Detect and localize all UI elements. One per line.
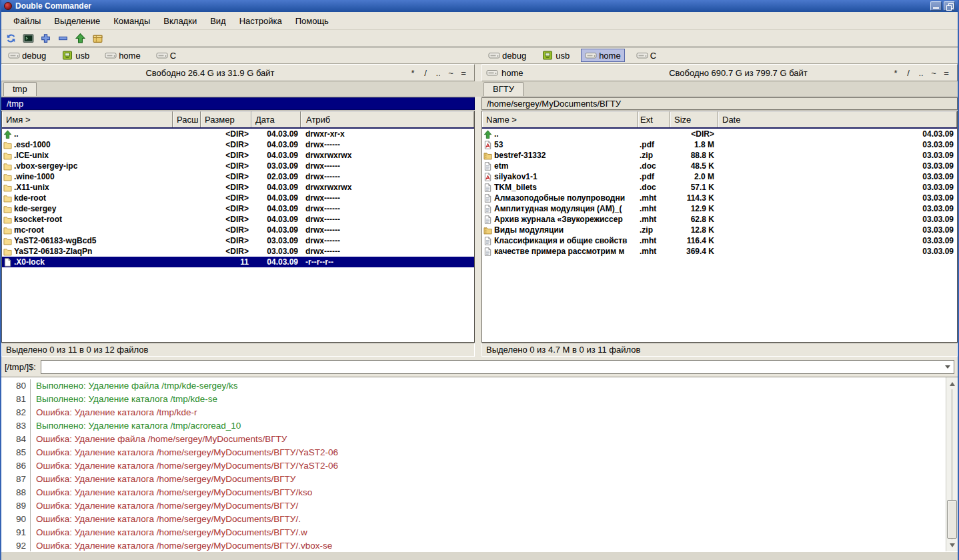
file-row[interactable]: .ICE-unix<DIR>04.03.09drwxrwxrwx (2, 150, 474, 161)
menu-item-0[interactable]: Файлы (7, 14, 47, 28)
drive-button-label: usb (75, 51, 89, 61)
remove-tab-icon (57, 33, 69, 44)
file-row[interactable]: ..<DIR>04.03.09drwxr-xr-x (2, 129, 474, 139)
file-row[interactable]: silyakov1-1.pdf2.0 M03.03.09 (482, 171, 957, 182)
path-bar-left[interactable]: /tmp (1, 97, 475, 110)
title-bar: Double Commander (1, 0, 958, 12)
file-row[interactable]: Архив журнала «Звукорежиссер.mht62.8 K03… (482, 214, 957, 225)
menu-item-3[interactable]: Вкладки (157, 14, 203, 28)
drive-button-usb[interactable]: usb (57, 49, 93, 62)
column-header-1[interactable]: Расш (173, 111, 201, 127)
file-attr: -r--r--r-- (301, 257, 474, 267)
file-row[interactable]: mc-root<DIR>04.03.09drwx------ (2, 225, 474, 235)
file-name-cell: kde-root (2, 193, 173, 203)
drive-icon (156, 51, 168, 60)
menu-item-4[interactable]: Вид (203, 14, 233, 28)
nav-button-1[interactable]: / (420, 68, 431, 78)
archive-button[interactable] (90, 31, 105, 45)
drive-button-usb[interactable]: usb (538, 49, 574, 62)
file-ext: .zip (638, 225, 670, 235)
file-row[interactable]: kde-root<DIR>04.03.09drwx------ (2, 193, 474, 203)
file-row[interactable]: 53.pdf1.8 M03.03.09 (482, 139, 957, 150)
drive-button-C[interactable]: C (632, 49, 660, 62)
command-history-dropdown[interactable] (942, 361, 954, 373)
column-header-3[interactable]: Дата (251, 111, 301, 127)
nav-button-0[interactable]: * (890, 68, 901, 78)
tab-vgtu[interactable]: ВГТУ (484, 82, 524, 96)
file-date: 03.03.09 (718, 214, 957, 225)
drive-button-C[interactable]: C (152, 49, 180, 62)
refresh-button[interactable] (3, 31, 18, 45)
nav-button-0[interactable]: * (407, 68, 418, 78)
file-row[interactable]: TKM_bilets.doc57.1 K03.03.09 (482, 182, 957, 193)
restore-button[interactable] (944, 1, 955, 11)
file-list-left[interactable]: ..<DIR>04.03.09drwxr-xr-x.esd-1000<DIR>0… (2, 129, 474, 342)
column-header-0[interactable]: Name > (482, 111, 638, 127)
file-row[interactable]: .X0-lock1104.03.09-r--r--r-- (2, 257, 474, 267)
column-header-0[interactable]: Имя > (2, 111, 173, 127)
file-row[interactable]: Виды модуляции.zip12.8 K03.03.09 (482, 225, 957, 235)
nav-button-3[interactable]: ~ (445, 68, 456, 78)
file-row[interactable]: Амплитудная модуляция (АМ)_(.mht12.9 K03… (482, 203, 957, 214)
add-tab-button[interactable] (38, 31, 53, 45)
nav-button-2[interactable]: .. (433, 68, 443, 78)
file-row[interactable]: ..<DIR>04.03.09 (482, 129, 957, 139)
up-arrow-button[interactable] (73, 31, 87, 45)
file-row[interactable]: .esd-1000<DIR>04.03.09drwx------ (2, 139, 474, 150)
file-row[interactable]: .vbox-sergey-ipc<DIR>03.03.09drwx------ (2, 161, 474, 171)
nav-button-3[interactable]: ~ (928, 68, 939, 78)
column-header-3[interactable]: Date (718, 111, 957, 127)
file-row[interactable]: Классификация и общие свойств.mht116.4 K… (482, 235, 957, 246)
line-number: 85 (1, 446, 31, 459)
column-headers-left: Имя >РасшРазмерДатаАтриб (2, 111, 474, 129)
nav-button-4[interactable]: = (458, 68, 469, 78)
drive-button-home[interactable]: home (101, 49, 145, 62)
column-header-1[interactable]: Ext (638, 111, 670, 127)
nav-button-4[interactable]: = (941, 68, 952, 78)
file-size: 12.8 K (670, 225, 718, 235)
file-date: 04.03.09 (251, 182, 301, 193)
scroll-up-button[interactable] (946, 378, 958, 389)
column-header-4[interactable]: Атриб (301, 111, 474, 127)
file-row[interactable]: ksocket-root<DIR>04.03.09drwx------ (2, 214, 474, 225)
free-space-label: Свободно 26.4 G из 31.9 G байт (13, 68, 407, 78)
folder-icon (3, 205, 12, 213)
nav-button-2[interactable]: .. (916, 68, 926, 78)
menu-item-1[interactable]: Выделение (47, 14, 107, 28)
file-list-right[interactable]: ..<DIR>04.03.0953.pdf1.8 M03.03.09bestre… (482, 129, 957, 342)
drive-button-debug[interactable]: debug (484, 49, 530, 62)
file-row[interactable]: .wine-1000<DIR>02.03.09drwx------ (2, 171, 474, 182)
nav-button-1[interactable]: / (903, 68, 914, 78)
menu-item-2[interactable]: Команды (107, 14, 157, 28)
file-row[interactable]: bestref-31332.zip88.8 K03.03.09 (482, 150, 957, 161)
file-size: 62.8 K (670, 214, 718, 225)
file-row[interactable]: качестве примера рассмотрим м.mht369.4 K… (482, 246, 957, 257)
file-name-cell: Архив журнала «Звукорежиссер (482, 214, 638, 225)
file-row[interactable]: kde-sergey<DIR>04.03.09drwx------ (2, 203, 474, 214)
drive-icon (488, 51, 500, 60)
menu-item-6[interactable]: Помощь (289, 14, 335, 28)
remove-tab-button[interactable] (55, 31, 70, 45)
file-row[interactable]: YaST2-06183-ZlaqPn<DIR>03.03.09drwx-----… (2, 246, 474, 257)
file-row[interactable]: Алмазоподобные полупроводни.mht114.3 K03… (482, 193, 957, 203)
drive-button-home[interactable]: home (581, 49, 625, 62)
file-ext (173, 235, 201, 246)
column-header-2[interactable]: Size (670, 111, 718, 127)
file-row[interactable]: YaST2-06183-wgBcd5<DIR>03.03.09drwx-----… (2, 235, 474, 246)
command-input[interactable] (41, 361, 942, 373)
tab-tmp[interactable]: tmp (3, 82, 37, 96)
panel-header-right[interactable]: home Свободно 690.7 G из 799.7 G байт */… (482, 64, 958, 81)
drive-button-debug[interactable]: debug (4, 49, 50, 62)
log-scrollbar[interactable] (946, 377, 958, 551)
minimize-button[interactable] (930, 1, 942, 11)
file-row[interactable]: .X11-unix<DIR>04.03.09drwxrwxrwx (2, 182, 474, 193)
path-bar-right[interactable]: /home/sergey/MyDocuments/ВГТУ (482, 97, 958, 110)
file-row[interactable]: etm.doc48.5 K03.03.09 (482, 161, 957, 171)
terminal-button[interactable] (21, 31, 35, 45)
menu-item-5[interactable]: Настройка (233, 14, 289, 28)
panel-header-left[interactable]: Свободно 26.4 G из 31.9 G байт */..~= (1, 64, 475, 81)
scroll-down-button[interactable] (946, 540, 958, 551)
scroll-thumb[interactable] (947, 500, 957, 539)
column-header-2[interactable]: Размер (201, 111, 251, 127)
line-number: 82 (1, 406, 31, 419)
